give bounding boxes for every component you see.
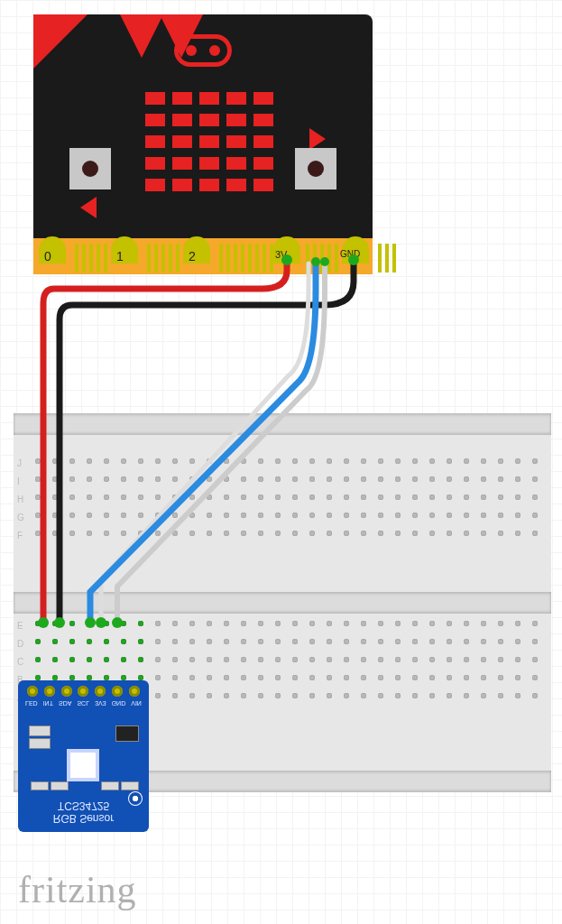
wire-blue-sda [85,257,320,628]
svg-point-2 [348,254,359,265]
svg-point-7 [311,257,320,266]
svg-point-6 [96,617,106,628]
svg-point-0 [281,254,292,265]
watermark: fritzing [18,868,137,911]
svg-point-5 [112,617,123,628]
wire-grey-scl [96,257,329,628]
svg-point-3 [54,617,65,628]
svg-point-1 [38,617,49,628]
svg-point-4 [320,257,329,266]
svg-point-8 [85,617,96,628]
wires-overlay [0,0,562,924]
diagram-canvas: { "microbit": { "buttons": { "a": "A", "… [0,0,562,924]
